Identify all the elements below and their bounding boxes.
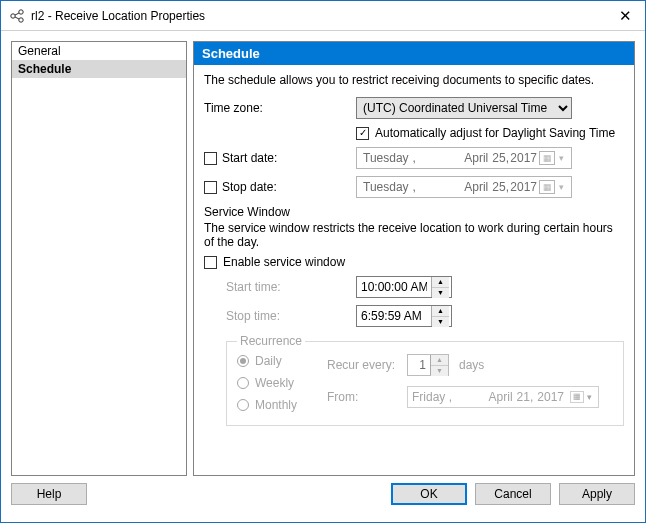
start-date-picker[interactable]: Tuesday, April 25, 2017 ▦ ▾: [356, 147, 572, 169]
chevron-down-icon: ▾: [555, 153, 567, 163]
enable-service-window-checkbox[interactable]: [204, 256, 217, 269]
svg-point-0: [11, 13, 15, 17]
titlebar: rl2 - Receive Location Properties ✕: [1, 1, 645, 31]
timezone-label: Time zone:: [204, 101, 356, 115]
service-window-description: The service window restricts the receive…: [204, 221, 624, 249]
start-time-input[interactable]: ▲▼: [356, 276, 452, 298]
dst-label: Automatically adjust for Daylight Saving…: [375, 126, 615, 140]
stop-time-label: Stop time:: [226, 309, 356, 323]
start-date-checkbox[interactable]: [204, 152, 217, 165]
timezone-select[interactable]: (UTC) Coordinated Universal Time: [356, 97, 572, 119]
spinner-buttons[interactable]: ▲▼: [431, 306, 449, 326]
apply-button[interactable]: Apply: [559, 483, 635, 505]
recurrence-monthly-radio[interactable]: [237, 399, 249, 411]
enable-service-window-label: Enable service window: [223, 255, 345, 269]
chevron-down-icon: ▾: [555, 182, 567, 192]
recurrence-daily-radio[interactable]: [237, 355, 249, 367]
stop-date-label: Stop date:: [222, 180, 277, 194]
recur-unit: days: [459, 358, 484, 372]
svg-point-1: [19, 9, 23, 13]
stop-date-checkbox[interactable]: [204, 181, 217, 194]
recurrence-group: Recurrence Daily Weekly Monthly Recur ev…: [226, 334, 624, 426]
recurrence-legend: Recurrence: [237, 334, 305, 348]
spinner-buttons[interactable]: ▲▼: [431, 277, 449, 297]
ok-button[interactable]: OK: [391, 483, 467, 505]
close-button[interactable]: ✕: [605, 1, 645, 31]
start-date-label: Start date:: [222, 151, 277, 165]
svg-line-3: [15, 13, 19, 15]
recur-every-label: Recur every:: [327, 358, 407, 372]
main-panel: Schedule The schedule allows you to rest…: [193, 41, 635, 476]
spinner-buttons[interactable]: ▲▼: [430, 355, 448, 375]
section-header: Schedule: [194, 42, 634, 65]
calendar-icon: ▦: [539, 180, 555, 194]
recur-from-date-picker[interactable]: Friday , April 21, 2017 ▦ ▾: [407, 386, 599, 408]
stop-date-picker[interactable]: Tuesday, April 25, 2017 ▦ ▾: [356, 176, 572, 198]
recur-every-input[interactable]: 1 ▲▼: [407, 354, 449, 376]
sidebar-item-schedule[interactable]: Schedule: [12, 60, 186, 78]
help-button[interactable]: Help: [11, 483, 87, 505]
recurrence-weekly-radio[interactable]: [237, 377, 249, 389]
calendar-icon: ▦: [539, 151, 555, 165]
calendar-icon: ▦: [570, 391, 584, 403]
cancel-button[interactable]: Cancel: [475, 483, 551, 505]
service-window-group-label: Service Window: [204, 205, 624, 219]
dst-checkbox[interactable]: [356, 127, 369, 140]
stop-time-input[interactable]: ▲▼: [356, 305, 452, 327]
property-nav-sidebar: General Schedule: [11, 41, 187, 476]
start-time-label: Start time:: [226, 280, 356, 294]
dialog-footer: Help OK Cancel Apply: [1, 482, 645, 514]
svg-point-2: [19, 17, 23, 21]
section-description: The schedule allows you to restrict rece…: [204, 73, 624, 87]
window-title: rl2 - Receive Location Properties: [31, 9, 605, 23]
sidebar-item-general[interactable]: General: [12, 42, 186, 60]
chevron-down-icon: ▾: [584, 392, 594, 402]
recur-from-label: From:: [327, 390, 407, 404]
app-icon: [9, 8, 25, 24]
svg-line-4: [15, 17, 19, 19]
